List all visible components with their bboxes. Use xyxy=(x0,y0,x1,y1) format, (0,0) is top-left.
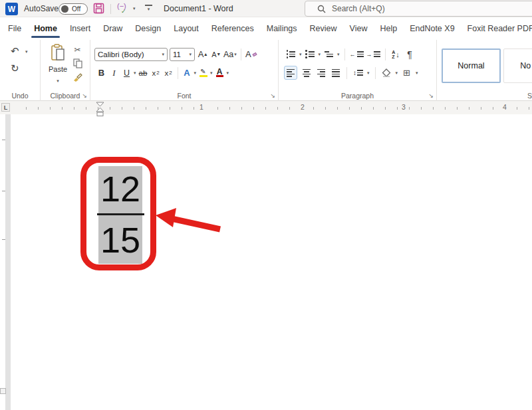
save-icon[interactable] xyxy=(93,3,104,14)
numbering-caret-icon[interactable]: ▾ xyxy=(319,52,321,57)
tab-references[interactable]: References xyxy=(210,17,255,40)
eraser-icon xyxy=(252,52,257,56)
borders-caret-icon[interactable]: ▾ xyxy=(416,70,418,76)
font-name-select[interactable]: Calibri (Body) ▾ xyxy=(94,48,168,61)
vertical-ruler-tick xyxy=(2,140,5,140)
align-left-button[interactable] xyxy=(284,66,297,80)
tab-design[interactable]: Design xyxy=(134,17,162,40)
line-spacing-button[interactable]: ↕ xyxy=(352,66,364,80)
change-case-button[interactable]: Aa▾ xyxy=(223,47,237,61)
tab-insert[interactable]: Insert xyxy=(68,17,92,40)
show-hide-marks-button[interactable]: ¶ xyxy=(404,47,416,61)
editor-dropdown-caret-icon[interactable]: ▾ xyxy=(133,6,136,11)
tab-layout[interactable]: Layout xyxy=(172,17,200,40)
font-size-value: 11 xyxy=(173,51,181,58)
bold-button[interactable]: B xyxy=(96,66,107,80)
numbering-button[interactable] xyxy=(305,47,316,61)
tab-review[interactable]: Review xyxy=(309,17,338,40)
tab-view[interactable]: View xyxy=(348,17,369,40)
tab-file[interactable]: File xyxy=(7,17,23,40)
highlight-caret-icon[interactable]: ▾ xyxy=(210,70,213,76)
shading-caret-icon[interactable]: ▾ xyxy=(396,70,398,76)
bullets-caret-icon[interactable]: ▾ xyxy=(299,52,302,57)
tab-foxit[interactable]: Foxit Reader PDF xyxy=(466,17,532,40)
ruler-number: 1 xyxy=(197,103,206,111)
cut-button[interactable]: ✂ xyxy=(74,45,80,54)
vertical-ruler-strip xyxy=(5,114,11,410)
editor-check-icon[interactable]: (−) ✓ xyxy=(117,2,126,10)
tab-mailings[interactable]: Mailings xyxy=(265,17,299,40)
borders-button[interactable]: ⊞ xyxy=(401,66,412,80)
font-name-value: Calibri (Body) xyxy=(98,51,144,58)
tab-help[interactable]: Help xyxy=(378,17,398,40)
clear-formatting-button[interactable]: A xyxy=(245,47,257,61)
text-highlight-button[interactable]: ✎ xyxy=(198,66,209,80)
multilevel-caret-icon[interactable]: ▾ xyxy=(337,52,340,57)
superscript-button[interactable]: x2 xyxy=(163,66,174,80)
ruler-number: 4 xyxy=(500,103,509,111)
group-font-label: Font xyxy=(90,92,278,100)
autosave-toggle-state: Off xyxy=(72,5,80,13)
increase-indent-button[interactable]: → xyxy=(366,47,380,61)
multilevel-list-button[interactable] xyxy=(323,47,334,61)
group-font: Calibri (Body) ▾ 11 ▾ A▴ A▾ Aa▾ A B I xyxy=(90,40,279,101)
customize-qat-icon[interactable]: ▾ xyxy=(145,5,152,11)
redo-button[interactable]: ↻ xyxy=(11,62,19,74)
font-name-caret-icon: ▾ xyxy=(159,52,164,57)
align-right-button[interactable] xyxy=(315,66,327,80)
style-normal[interactable]: Normal xyxy=(442,49,501,83)
clipboard-dialog-launcher-icon[interactable]: ↘ xyxy=(82,93,87,99)
paste-button[interactable]: Paste ▾ xyxy=(46,44,70,85)
strikethrough-button[interactable]: ab xyxy=(138,66,149,80)
text-effects-caret-icon[interactable]: ▾ xyxy=(194,70,197,76)
style-no-spacing[interactable]: No Spacing xyxy=(503,49,532,83)
underline-button[interactable]: U xyxy=(121,66,132,80)
search-input[interactable]: Search (Alt+Q) xyxy=(305,1,532,17)
horizontal-ruler[interactable]: L 1 2 3 4 xyxy=(0,101,532,114)
undo-dropdown-caret-icon[interactable]: ▾ xyxy=(25,49,28,54)
ruler-number: 2 xyxy=(298,103,307,111)
shading-button[interactable] xyxy=(381,66,392,80)
tab-home[interactable]: Home xyxy=(33,17,59,40)
annotation-red-rectangle xyxy=(80,157,156,270)
format-painter-button[interactable] xyxy=(72,72,82,82)
undo-button[interactable]: ↶ xyxy=(11,45,19,57)
search-placeholder: Search (Alt+Q) xyxy=(332,4,385,13)
paragraph-dialog-launcher-icon[interactable]: ↘ xyxy=(428,93,434,99)
font-color-caret-icon[interactable]: ▾ xyxy=(227,70,229,76)
line-spacing-caret-icon[interactable]: ▾ xyxy=(367,70,370,76)
annotation-arrow xyxy=(154,207,223,237)
titlebar-divider xyxy=(110,4,111,14)
group-clipboard: Paste ▾ ✂ Clipboard ↘ xyxy=(41,40,90,101)
font-size-caret-icon: ▾ xyxy=(186,52,192,57)
align-center-button[interactable] xyxy=(301,66,312,80)
autosave-toggle[interactable]: Off xyxy=(59,3,88,15)
tab-selector[interactable]: L xyxy=(1,103,10,112)
font-color-bar xyxy=(216,75,223,78)
tab-draw[interactable]: Draw xyxy=(102,17,124,40)
indent-left-arrow-icon: ← xyxy=(350,51,356,58)
italic-button[interactable]: I xyxy=(108,66,120,80)
font-size-select[interactable]: 11 ▾ xyxy=(170,48,195,61)
tab-endnote[interactable]: EndNote X9 xyxy=(408,17,456,40)
text-effects-button[interactable]: A xyxy=(182,66,193,80)
shading-bucket-icon xyxy=(382,68,391,77)
sort-button[interactable]: AZ ↓ xyxy=(390,47,402,61)
vertical-ruler-icon xyxy=(0,388,6,394)
subscript-button[interactable]: x2 xyxy=(150,66,162,80)
indent-markers[interactable] xyxy=(95,102,105,117)
word-logo-icon[interactable]: W xyxy=(5,3,18,15)
justify-button[interactable] xyxy=(330,66,341,80)
decrease-indent-button[interactable]: ← xyxy=(350,47,364,61)
ruler-ticks xyxy=(15,107,532,110)
document-canvas[interactable]: 12 15 xyxy=(0,114,532,410)
bullets-button[interactable] xyxy=(285,47,297,61)
font-color-button[interactable]: A xyxy=(214,66,225,80)
grow-font-button[interactable]: A▴ xyxy=(197,47,208,61)
copy-button[interactable] xyxy=(73,58,82,68)
shrink-font-button[interactable]: A▾ xyxy=(210,47,221,61)
paste-dropdown-caret-icon[interactable]: ▾ xyxy=(57,78,59,83)
group-undo-label: Undo xyxy=(0,92,40,100)
underline-caret-icon[interactable]: ▾ xyxy=(134,70,136,76)
font-dialog-launcher-icon[interactable]: ↘ xyxy=(270,93,275,99)
